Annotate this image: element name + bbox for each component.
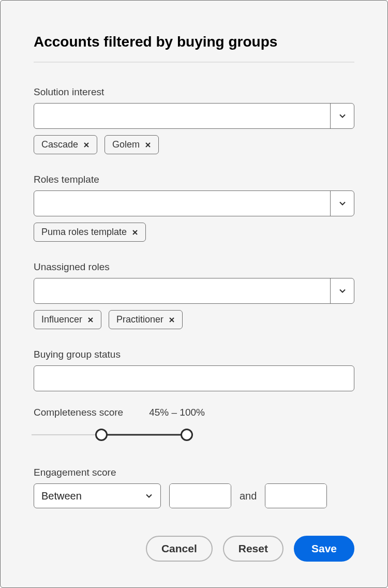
tag: Cascade [34,135,97,154]
remove-tag-button[interactable] [145,142,151,148]
chevron-down-icon [338,287,347,295]
roles-template-field: Roles template Puma roles template [34,174,354,242]
completeness-score-field: Completeness score 45% – 100% [34,407,354,441]
close-icon [83,142,89,148]
tag: Golem [105,135,159,154]
unassigned-roles-dropdown[interactable] [34,278,354,304]
engagement-score-label: Engagement score [34,467,354,478]
divider [34,62,354,63]
engagement-operator-select[interactable]: Between [34,483,161,508]
engagement-and-text: and [240,490,257,502]
close-icon [132,229,138,236]
tag-label: Golem [112,139,140,150]
save-button[interactable]: Save [294,536,354,562]
slider-thumb-max[interactable] [181,429,193,441]
remove-tag-button[interactable] [132,229,138,236]
reset-button[interactable]: Reset [223,536,283,562]
tag: Puma roles template [34,223,146,242]
buying-group-status-label: Buying group status [34,349,354,360]
engagement-operator-value: Between [41,490,82,502]
unassigned-roles-label: Unassigned roles [34,261,354,273]
roles-template-label: Roles template [34,174,354,185]
remove-tag-button[interactable] [169,317,175,323]
dialog-actions: Cancel Reset Save [146,536,354,562]
solution-interest-input[interactable] [34,104,330,128]
chevron-down-icon [338,199,347,208]
dialog-title: Accounts filtered by buying groups [34,34,354,50]
unassigned-roles-field: Unassigned roles Influencer Practitioner [34,261,354,329]
solution-interest-field: Solution interest Cascade Golem [34,86,354,154]
filter-dialog: Accounts filtered by buying groups Solut… [0,0,388,588]
roles-template-tags: Puma roles template [34,223,354,242]
engagement-to-input[interactable] [265,484,327,508]
remove-tag-button[interactable] [87,317,94,323]
solution-interest-chevron-button[interactable] [330,104,354,128]
solution-interest-label: Solution interest [34,86,354,98]
completeness-score-label: Completeness score [34,407,123,418]
unassigned-roles-input[interactable] [34,278,330,303]
engagement-from-stepper[interactable] [169,483,231,508]
completeness-score-slider[interactable] [32,429,187,441]
solution-interest-dropdown[interactable] [34,103,354,129]
engagement-score-field: Engagement score Between and [34,467,354,508]
roles-template-dropdown[interactable] [34,190,354,216]
tag-label: Influencer [41,314,82,325]
engagement-from-input[interactable] [170,484,231,508]
chevron-down-icon [338,112,347,120]
close-icon [87,317,94,323]
tag: Influencer [34,310,101,329]
chevron-down-icon [145,492,153,500]
close-icon [145,142,151,148]
close-icon [169,317,175,323]
tag: Practitioner [109,310,183,329]
tag-label: Practitioner [116,314,163,325]
cancel-button[interactable]: Cancel [146,536,213,562]
tag-label: Puma roles template [41,227,127,238]
completeness-score-value: 45% – 100% [149,407,205,418]
roles-template-input[interactable] [34,191,330,216]
unassigned-roles-chevron-button[interactable] [330,278,354,303]
solution-interest-tags: Cascade Golem [34,135,354,154]
slider-thumb-min[interactable] [95,429,108,441]
buying-group-status-field: Buying group status [34,349,354,391]
tag-label: Cascade [41,139,78,150]
roles-template-chevron-button[interactable] [330,191,354,216]
slider-track-active [101,434,187,436]
engagement-to-stepper[interactable] [265,483,327,508]
unassigned-roles-tags: Influencer Practitioner [34,310,354,329]
buying-group-status-input[interactable] [34,365,354,391]
remove-tag-button[interactable] [83,142,89,148]
